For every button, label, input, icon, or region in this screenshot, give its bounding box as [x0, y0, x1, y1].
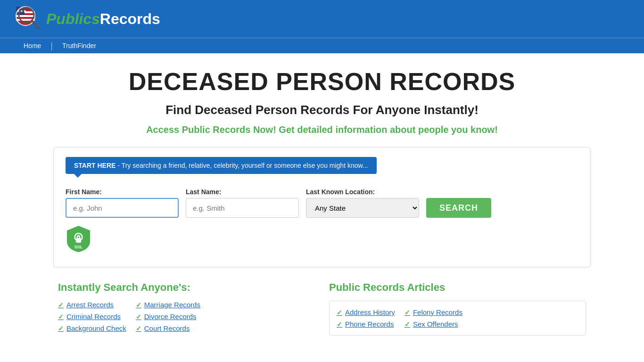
articles-col-1: ✓ Address History ✓ Phone Records — [337, 308, 395, 328]
last-name-group: Last Name: — [186, 188, 299, 218]
check-icon: ✓ — [337, 321, 342, 328]
list-item[interactable]: ✓ Phone Records — [337, 320, 395, 328]
criminal-records-link: Criminal Records — [66, 313, 121, 321]
location-group: Last Known Location: Any StateAlabamaAla… — [306, 188, 419, 218]
court-records-link: Court Records — [144, 324, 190, 332]
link-columns: ✓ Arrest Records ✓ Criminal Records ✓ Ba… — [58, 301, 315, 332]
articles-box: ✓ Address History ✓ Phone Records ✓ Felo… — [329, 301, 586, 336]
marriage-records-link: Marriage Records — [144, 301, 200, 309]
articles-grid: ✓ Address History ✓ Phone Records ✓ Felo… — [337, 308, 578, 328]
start-here-text: - Try searching a friend, relative, cele… — [116, 162, 368, 169]
main-content: DECEASED PERSON RECORDS Find Deceased Pe… — [0, 53, 644, 350]
nav-home[interactable]: Home — [14, 38, 50, 53]
logo[interactable]: ★★★ PublicsRecords — [14, 5, 160, 33]
list-item[interactable]: ✓ Felony Records — [405, 308, 462, 316]
list-item[interactable]: ✓ Criminal Records — [58, 313, 126, 321]
start-here-bold: START HERE — [74, 162, 116, 169]
ssl-badge: SSL — [66, 225, 91, 253]
arrest-records-link: Arrest Records — [66, 301, 114, 309]
svg-rect-11 — [76, 238, 81, 243]
sex-offenders-link: Sex Offenders — [413, 320, 458, 328]
location-label: Last Known Location: — [306, 188, 419, 196]
felony-records-link: Felony Records — [413, 308, 462, 316]
list-item[interactable]: ✓ Marriage Records — [136, 301, 200, 309]
search-fields: First Name: Last Name: Last Known Locati… — [66, 188, 578, 218]
last-name-label: Last Name: — [186, 188, 299, 196]
divorce-records-link: Divorce Records — [144, 313, 197, 321]
page-tagline: Access Public Records Now! Get detailed … — [9, 124, 635, 135]
list-item[interactable]: ✓ Sex Offenders — [405, 320, 462, 328]
list-item[interactable]: ✓ Arrest Records — [58, 301, 126, 309]
left-heading: Instantly Search Anyone's: — [58, 281, 315, 294]
check-icon: ✓ — [58, 301, 64, 309]
left-section: Instantly Search Anyone's: ✓ Arrest Reco… — [58, 281, 315, 336]
check-icon: ✓ — [405, 321, 410, 328]
articles-col-2: ✓ Felony Records ✓ Sex Offenders — [405, 308, 462, 328]
first-name-input[interactable] — [66, 198, 179, 218]
right-heading: Public Records Articles — [329, 281, 586, 294]
page-title: DECEASED PERSON RECORDS — [9, 67, 635, 96]
first-name-group: First Name: — [66, 188, 179, 218]
search-button[interactable]: SEARCH — [426, 198, 491, 218]
nav-truthfinder[interactable]: TruthFinder — [53, 38, 106, 53]
navigation: Home | TruthFinder — [0, 38, 644, 53]
link-col-1: ✓ Arrest Records ✓ Criminal Records ✓ Ba… — [58, 301, 126, 332]
right-section: Public Records Articles ✓ Address Histor… — [329, 281, 586, 336]
state-select[interactable]: Any StateAlabamaAlaskaArizonaArkansasCal… — [306, 198, 419, 218]
start-here-banner: START HERE - Try searching a friend, rel… — [66, 157, 377, 174]
svg-line-9 — [32, 21, 39, 28]
svg-text:SSL: SSL — [74, 245, 83, 249]
first-name-label: First Name: — [66, 188, 179, 196]
background-check-link: Background Check — [66, 324, 126, 332]
check-icon: ✓ — [58, 313, 64, 321]
page-subtitle: Find Deceased Person Records For Anyone … — [9, 103, 635, 117]
search-container: START HERE - Try searching a friend, rel… — [53, 147, 591, 267]
logo-text: PublicsRecords — [46, 10, 160, 28]
list-item[interactable]: ✓ Background Check — [58, 324, 126, 332]
check-icon: ✓ — [405, 309, 410, 316]
site-header: ★★★ PublicsRecords — [0, 0, 644, 38]
check-icon: ✓ — [136, 301, 141, 309]
list-item[interactable]: ✓ Court Records — [136, 324, 200, 332]
list-item[interactable]: ✓ Address History — [337, 308, 395, 316]
logo-icon: ★★★ — [14, 5, 42, 33]
list-item[interactable]: ✓ Divorce Records — [136, 313, 200, 321]
last-name-input[interactable] — [186, 198, 299, 218]
link-col-2: ✓ Marriage Records ✓ Divorce Records ✓ C… — [136, 301, 200, 332]
address-history-link: Address History — [345, 308, 395, 316]
bottom-sections: Instantly Search Anyone's: ✓ Arrest Reco… — [53, 281, 591, 336]
check-icon: ✓ — [337, 309, 342, 316]
phone-records-link: Phone Records — [345, 320, 394, 328]
check-icon: ✓ — [136, 313, 141, 321]
check-icon: ✓ — [58, 325, 64, 332]
check-icon: ✓ — [136, 325, 141, 332]
